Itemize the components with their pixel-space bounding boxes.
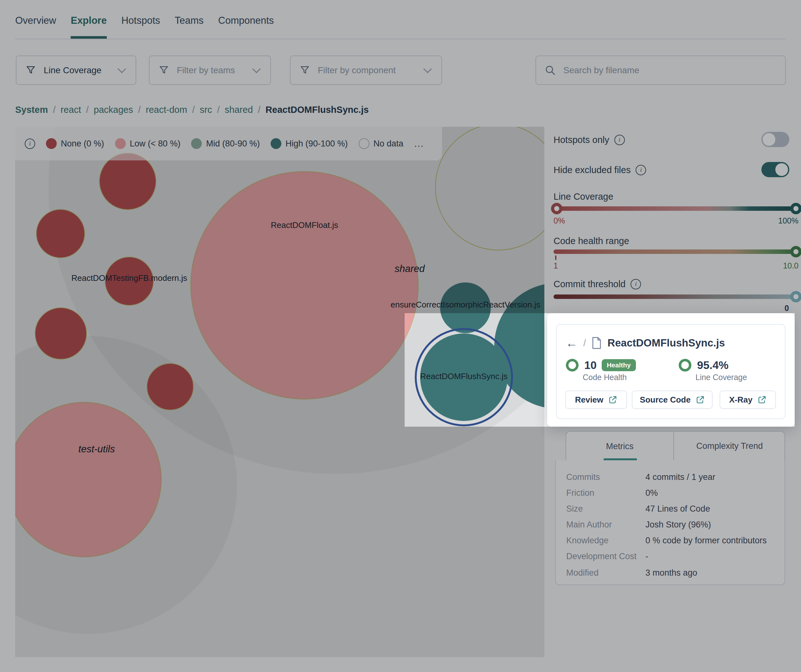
toggle-knob — [762, 133, 775, 146]
line-coverage-slider[interactable] — [553, 206, 798, 211]
source-code-button[interactable]: Source Code — [632, 390, 713, 409]
line-coverage-slider-label: Line Coverage — [553, 192, 613, 202]
teams-filter-placeholder: Filter by teams — [177, 65, 235, 76]
metric-label: Size — [566, 504, 645, 514]
button-label: Review — [575, 395, 603, 405]
nav-tab-hotspots[interactable]: Hotspots — [121, 13, 160, 29]
chart-legend: i None (0 %)Low (< 80 %)Mid (80-90 %)Hig… — [15, 127, 442, 160]
breadcrumb-slash: / — [583, 338, 586, 348]
funnel-icon — [26, 66, 35, 75]
metric-value: 47 Lines of Code — [645, 504, 710, 514]
code-health-ring-icon — [565, 358, 579, 372]
metric-row-commits: Commits4 commits / 1 year — [566, 469, 778, 485]
commit-threshold-label: Commit threshold i — [553, 279, 641, 289]
legend-item: High (90-100 %) — [270, 138, 348, 149]
breadcrumb-item[interactable]: packages — [94, 105, 133, 115]
legend-dot-icon — [191, 138, 202, 149]
bubble-ReactDOMFloat.js[interactable] — [190, 171, 418, 400]
hotspots-only-toggle[interactable] — [761, 132, 789, 147]
line-coverage-stat: 95.4% — [678, 358, 729, 372]
commit-threshold-slider[interactable] — [553, 295, 798, 299]
code-health-slider[interactable] — [553, 250, 798, 254]
metric-label: Knowledge — [566, 536, 645, 546]
legend-item: None (0 %) — [46, 138, 104, 149]
code-health-max-handle[interactable] — [790, 246, 801, 257]
review-button[interactable]: Review — [565, 390, 627, 409]
code-health-stat: 10 Healthy — [565, 358, 636, 372]
hide-excluded-label: Hide excluded files i — [553, 165, 646, 175]
file-name-title: ReactDOMFlushSync.js — [607, 337, 725, 349]
metric-value: - — [645, 551, 648, 561]
breadcrumb-item[interactable]: react-dom — [146, 105, 187, 115]
tab-metrics[interactable]: Metrics — [566, 432, 673, 461]
info-icon[interactable]: i — [635, 165, 646, 175]
metric-filter-value: Line Coverage — [44, 65, 101, 76]
bubble-label: ReactDOMTestingFB.modern.js — [71, 273, 187, 283]
metrics-table: Commits4 commits / 1 yearFriction0%Size4… — [555, 460, 785, 585]
funnel-icon — [300, 66, 310, 75]
code-health-min-tick — [555, 256, 557, 260]
breadcrumb-item[interactable]: shared — [225, 105, 253, 115]
legend-info-icon[interactable]: i — [25, 139, 35, 149]
metric-value: 0% — [645, 488, 658, 498]
breadcrumb-item[interactable]: src — [200, 105, 212, 115]
codescene-explore-page: OverviewExploreHotspotsTeamsComponents L… — [0, 0, 801, 672]
commit-threshold-handle[interactable] — [790, 291, 801, 302]
hide-excluded-toggle[interactable] — [761, 162, 789, 177]
file-detail-panel: ← / ReactDOMFlushSync.js 10 Healthy Code… — [547, 313, 795, 427]
toggle-knob — [775, 163, 788, 176]
metric-row-size: Size47 Lines of Code — [566, 501, 778, 517]
nav-tab-components[interactable]: Components — [218, 13, 274, 29]
code-health-max-value: 10.0 — [770, 261, 798, 271]
metric-label: Commits — [566, 472, 645, 482]
info-icon[interactable]: i — [631, 279, 641, 289]
x-ray-button[interactable]: X-Ray — [720, 390, 776, 409]
metric-filter-dropdown[interactable]: Line Coverage — [16, 55, 136, 85]
code-health-min-value: 1 — [553, 261, 558, 271]
component-filter-dropdown[interactable]: Filter by component — [290, 55, 442, 85]
commit-threshold-value: 0 — [761, 304, 789, 313]
nav-tab-explore[interactable]: Explore — [71, 13, 107, 29]
legend-more-button[interactable]: ... — [414, 138, 424, 149]
dim-overlay — [795, 313, 801, 427]
bubble-none[interactable] — [35, 308, 87, 359]
info-icon[interactable]: i — [614, 135, 625, 145]
hotspots-only-label: Hotspots only i — [553, 135, 625, 145]
line-coverage-caption: Line Coverage — [695, 373, 747, 382]
back-arrow-icon[interactable]: ← — [566, 337, 577, 349]
breadcrumb: System/react/packages/react-dom/src/shar… — [15, 105, 369, 115]
search-placeholder: Search by filename — [563, 65, 639, 76]
bubble-none[interactable] — [36, 209, 85, 258]
tab-complexity-trend[interactable]: Complexity Trend — [673, 432, 785, 461]
coverage-bubble-chart[interactable]: ReactDOMTestingFB.modern.jsReactDOMFloat… — [15, 127, 544, 657]
chevron-down-icon — [117, 64, 126, 73]
nav-tab-overview[interactable]: Overview — [15, 13, 56, 29]
bubble-label: ReactDOMFloat.js — [271, 220, 338, 230]
teams-filter-dropdown[interactable]: Filter by teams — [149, 55, 271, 85]
line-coverage-min-value: 0% — [553, 216, 565, 226]
legend-dot-icon — [270, 138, 281, 149]
breadcrumb-separator: / — [217, 105, 220, 115]
nav-tab-teams[interactable]: Teams — [175, 13, 203, 29]
external-link-icon — [758, 395, 766, 404]
metric-label: Friction — [566, 488, 645, 498]
metric-value: Josh Story (96%) — [645, 520, 711, 530]
external-link-icon — [696, 395, 704, 404]
filename-search-input[interactable]: Search by filename — [536, 55, 786, 85]
breadcrumb-item[interactable]: react — [61, 105, 81, 115]
detail-title-row: ← / ReactDOMFlushSync.js — [566, 337, 725, 349]
button-label: Source Code — [640, 395, 690, 405]
metric-value: 4 commits / 1 year — [645, 472, 716, 482]
breadcrumb-item[interactable]: System — [15, 105, 48, 115]
code-health-slider-label: Code health range — [553, 236, 629, 246]
bubble-none[interactable] — [147, 363, 194, 410]
metric-value: 0 % code by former contributors — [645, 536, 767, 546]
metric-row-friction: Friction0% — [566, 485, 778, 501]
file-icon — [592, 337, 602, 349]
bubble-label: ensureCorrectIsomorphicReactVersion.js — [391, 300, 540, 310]
breadcrumb-separator: / — [53, 105, 55, 115]
bubble-none[interactable] — [99, 153, 156, 210]
line-coverage-max-handle[interactable] — [790, 203, 801, 214]
line-coverage-min-handle[interactable] — [551, 203, 562, 214]
search-icon — [545, 65, 556, 76]
